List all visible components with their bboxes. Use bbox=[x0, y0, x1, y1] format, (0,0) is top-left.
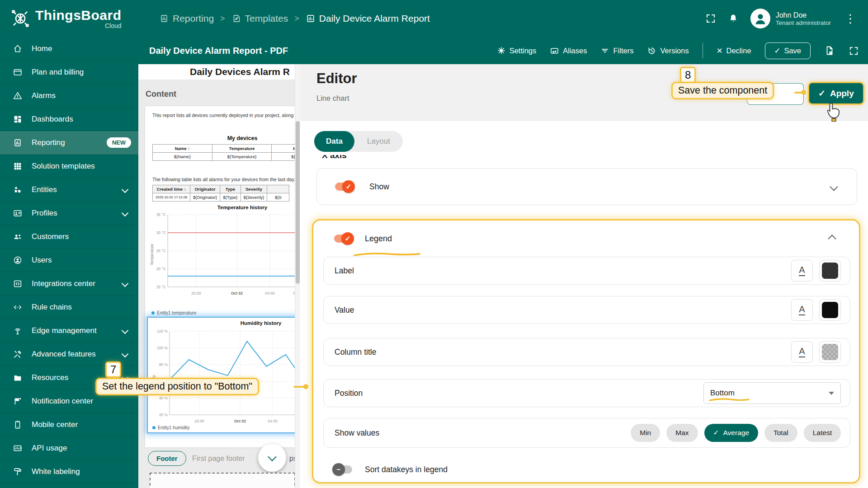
breadcrumb-templates[interactable]: Templates bbox=[231, 13, 288, 24]
xaxis-show-card[interactable]: ✓ Show bbox=[316, 168, 857, 205]
label-color-swatch bbox=[822, 263, 838, 279]
svg-text:Oct 02: Oct 02 bbox=[234, 419, 246, 423]
tab-layout[interactable]: Layout bbox=[354, 137, 403, 146]
humidity-legend: Entity1 humidity bbox=[152, 425, 190, 430]
sort-datakeys-label: Sort datakeys in legend bbox=[365, 465, 448, 474]
aliases-button[interactable]: Aliases bbox=[550, 46, 587, 56]
app-window: ThingsBoard Cloud Reporting > Templates … bbox=[0, 0, 868, 488]
sidebar-item-dashboards[interactable]: Dashboards bbox=[0, 108, 138, 131]
tab-data[interactable]: Data bbox=[314, 131, 354, 152]
chevron-down-icon[interactable] bbox=[830, 183, 838, 191]
editor-tabs: Data Layout bbox=[314, 131, 403, 152]
chip-max[interactable]: Max bbox=[666, 424, 698, 442]
sidebar-item-integrations-center[interactable]: Integrations center bbox=[0, 272, 138, 296]
sidebar-item-settings[interactable]: Settings bbox=[0, 483, 138, 488]
label-color-button[interactable] bbox=[819, 260, 841, 282]
sidebar-item-edge-management[interactable]: Edge management bbox=[0, 319, 138, 343]
sidebar-item-solution-templates[interactable]: Solution templates bbox=[0, 155, 138, 178]
versions-button[interactable]: Versions bbox=[647, 46, 689, 56]
brand-sub: Cloud bbox=[105, 22, 122, 29]
chevron-down-icon[interactable] bbox=[122, 280, 129, 287]
hand-cursor-icon bbox=[824, 100, 843, 122]
label-font-settings-button[interactable]: A bbox=[791, 260, 813, 282]
alarms-intro-text: The following table lists all alarms for… bbox=[152, 177, 295, 182]
sort-datakeys-row: − Sort datakeys in legend bbox=[323, 459, 850, 480]
chip-latest[interactable]: Latest bbox=[804, 424, 841, 442]
temperature-legend: Entity1 temperature bbox=[151, 310, 196, 315]
notifications-bell-icon[interactable] bbox=[728, 13, 739, 24]
devices-table-title: My devices bbox=[145, 135, 295, 141]
filters-button[interactable]: Filters bbox=[600, 46, 633, 55]
check-icon: ✓ bbox=[774, 47, 781, 55]
series-dot-icon bbox=[151, 311, 155, 314]
brand[interactable]: ThingsBoard Cloud bbox=[0, 8, 159, 29]
value-font-settings-button[interactable]: A bbox=[791, 299, 813, 321]
chevron-down-icon[interactable] bbox=[122, 210, 129, 217]
chevron-down-icon[interactable] bbox=[122, 327, 129, 334]
svg-text:15 °C: 15 °C bbox=[156, 285, 166, 289]
sidebar-item-reporting[interactable]: Reporting NEW bbox=[0, 131, 138, 155]
generate-report-icon[interactable] bbox=[824, 45, 835, 56]
humidity-chart-widget-selected[interactable]: Humidity history 120 % 100 % 80 % 60 % 4… bbox=[147, 317, 295, 433]
filter-icon bbox=[600, 46, 609, 55]
step-7-badge: 7 bbox=[105, 361, 121, 378]
series-dot-icon bbox=[152, 426, 156, 429]
settings-button[interactable]: Settings bbox=[497, 46, 537, 55]
fullscreen-icon[interactable] bbox=[705, 13, 716, 24]
sidebar-item-customers[interactable]: Customers bbox=[0, 225, 138, 249]
legend-header-row[interactable]: ✓ Legend bbox=[323, 226, 850, 251]
sidebar-item-mobile-center[interactable]: Mobile center bbox=[0, 413, 138, 436]
save-button[interactable]: ✓ Save bbox=[765, 42, 811, 59]
sidebar-item-profiles[interactable]: Profiles bbox=[0, 202, 138, 225]
sidebar-item-users[interactable]: Users bbox=[0, 249, 138, 272]
footer-section-chip[interactable]: Footer bbox=[148, 451, 186, 466]
chevron-down-icon[interactable] bbox=[122, 186, 129, 193]
templates-icon bbox=[231, 14, 241, 23]
sidebar: Home Plan and billing Alarms Dashboards … bbox=[0, 37, 138, 488]
column-title-font-settings-button[interactable]: A bbox=[791, 341, 813, 363]
user-menu[interactable]: John Doe Tenant administrator bbox=[750, 9, 831, 28]
chip-average-selected[interactable]: ✓ Average bbox=[704, 424, 758, 442]
column-title-color-button[interactable] bbox=[819, 341, 841, 363]
position-selected-value: Bottom bbox=[710, 389, 735, 398]
xaxis-show-toggle[interactable]: ✓ bbox=[335, 183, 353, 191]
sidebar-item-home[interactable]: Home bbox=[0, 37, 138, 61]
gear-icon bbox=[497, 46, 506, 55]
expand-footer-button[interactable] bbox=[258, 444, 286, 472]
preview-scrollbar-thumb[interactable] bbox=[296, 121, 300, 284]
chevron-up-icon[interactable] bbox=[828, 235, 836, 243]
editor-subtitle: Line chart bbox=[316, 94, 349, 103]
user-role: Tenant administrator bbox=[776, 19, 831, 26]
dropdown-caret-icon bbox=[829, 392, 834, 395]
report-preview-panel: Daily Devices Alarm R Content This repor… bbox=[138, 64, 295, 488]
legend-toggle[interactable]: ✓ bbox=[334, 235, 352, 243]
breadcrumb-reporting[interactable]: Reporting bbox=[159, 13, 214, 24]
chip-total[interactable]: Total bbox=[764, 424, 797, 442]
breadcrumb-current[interactable]: Daily Device Alarm Report bbox=[306, 13, 430, 24]
chevron-down-icon[interactable] bbox=[122, 351, 129, 358]
pdf-content-card[interactable]: This report lists all devices currently … bbox=[145, 106, 295, 447]
sidebar-item-plan-and-billing[interactable]: Plan and billing bbox=[0, 61, 138, 84]
svg-text:20 °C: 20 °C bbox=[156, 267, 166, 271]
sidebar-item-rule-chains[interactable]: Rule chains bbox=[0, 296, 138, 319]
annotation-connector-dot bbox=[303, 384, 308, 389]
more-menu-icon[interactable]: ⋮ bbox=[843, 12, 858, 26]
svg-text:Oct 02: Oct 02 bbox=[231, 291, 243, 296]
humidity-chart-title: Humidity history bbox=[148, 320, 295, 326]
svg-text:35 °C: 35 °C bbox=[156, 212, 166, 217]
aliases-icon bbox=[550, 46, 559, 56]
expand-fullscreen-icon[interactable] bbox=[849, 46, 859, 56]
sort-datakeys-toggle[interactable]: − bbox=[334, 465, 352, 474]
sidebar-item-api-usage[interactable]: API usage bbox=[0, 436, 138, 460]
value-color-button[interactable] bbox=[819, 299, 841, 321]
sidebar-item-entities[interactable]: Entities bbox=[0, 178, 138, 202]
footer-placeholder-box[interactable] bbox=[150, 473, 295, 488]
decline-button[interactable]: ✕ Decline bbox=[717, 47, 751, 55]
show-values-row: Show values Min Max ✓ Average Total Late… bbox=[323, 418, 850, 448]
position-select[interactable]: Bottom bbox=[703, 382, 841, 404]
sidebar-item-alarms[interactable]: Alarms bbox=[0, 84, 138, 108]
chip-min[interactable]: Min bbox=[631, 424, 660, 442]
pdf-title: Daily Devices Alarm R bbox=[190, 66, 290, 77]
svg-text:20:00: 20:00 bbox=[191, 291, 201, 296]
sidebar-item-white-labeling[interactable]: White labeling bbox=[0, 460, 138, 483]
